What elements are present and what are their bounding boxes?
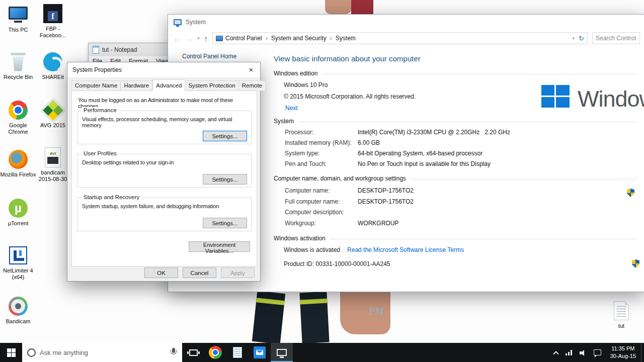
product-id: Product ID: 00331-10000-00001-AA245: [284, 260, 390, 267]
wallpaper-figure-shirt: [351, 0, 373, 14]
startup-recovery-settings-button[interactable]: Settings...: [203, 218, 247, 228]
desktop-icon-this-pc[interactable]: This PC: [0, 4, 36, 33]
taskbar-clock[interactable]: 11:35 PM 30-Aug-15: [605, 343, 641, 362]
control-panel-search-input[interactable]: [596, 35, 636, 42]
close-icon[interactable]: ×: [242, 62, 260, 76]
network-icon[interactable]: [566, 350, 572, 355]
desktop-icon-mozilla-firefox[interactable]: Mozilla Firefox: [0, 149, 36, 178]
section-windows-edition: Windows edition: [274, 70, 637, 77]
dialog-titlebar[interactable]: System Properties: [67, 62, 260, 77]
user-profiles-settings-button[interactable]: Settings...: [203, 174, 247, 185]
breadcrumb-system-and-security[interactable]: System and Security: [271, 35, 327, 42]
utorrent-icon: µ: [7, 198, 29, 219]
facebook-icon: f: [42, 3, 64, 24]
desktop-icon-bandicam-avi[interactable]: AVI bandicam 2015-08-30: [35, 147, 71, 183]
taskbar-notepad-button[interactable]: [226, 343, 249, 362]
sidebar-item-control-panel-home[interactable]: Control Panel Home: [182, 53, 236, 60]
clock-date: 30-Aug-15: [610, 352, 636, 360]
desktop-icon-shareit[interactable]: SHAREit: [35, 51, 71, 80]
taskbar-search-input[interactable]: [40, 349, 166, 356]
row-value: DESKTOP-1756TO2: [358, 187, 414, 194]
taskbar-search[interactable]: [22, 343, 182, 362]
group-title: Performance: [82, 107, 119, 113]
desktop-icon-label: AVG 2015: [40, 122, 65, 129]
up-icon[interactable]: ↑: [204, 35, 208, 42]
uac-shield-icon[interactable]: [627, 189, 634, 197]
volume-icon[interactable]: [580, 349, 586, 356]
notepad-icon: [93, 46, 99, 54]
address-dropdown-icon[interactable]: ▾: [573, 36, 575, 41]
section-computer-name: Computer name, domain, and workgroup set…: [274, 175, 637, 182]
tab-hardware[interactable]: Hardware: [121, 80, 152, 91]
task-view-button[interactable]: [182, 343, 204, 362]
back-icon[interactable]: ←: [173, 35, 181, 42]
chrome-icon: [7, 100, 29, 121]
mail-icon: [254, 346, 266, 358]
environment-variables-button[interactable]: Environment Variables...: [189, 241, 250, 252]
show-hidden-icons-icon[interactable]: [553, 351, 558, 356]
apply-button[interactable]: Apply: [221, 267, 255, 278]
action-center-icon[interactable]: [594, 349, 601, 355]
row-label: Computer description:: [285, 209, 344, 216]
dialog-title: System Properties: [72, 66, 122, 73]
dialog-tabstrip: Computer Name Hardware Advanced System P…: [71, 80, 266, 91]
uac-shield-icon[interactable]: [632, 259, 639, 268]
row-value: 64-bit Operating System, x64-based proce…: [358, 150, 482, 157]
netlimiter-icon: [7, 245, 29, 266]
performance-group: Performance Visual effects, processor sc…: [77, 111, 252, 144]
system-monitor-icon: [277, 349, 287, 356]
desktop-icon-recycle-bin[interactable]: Recycle Bin: [0, 51, 36, 80]
taskbar-system-button[interactable]: [271, 343, 293, 362]
shareit-icon: [42, 51, 64, 72]
desktop-icon-label: bandicam 2015-08-30: [35, 169, 71, 183]
taskbar: 11:35 PM 30-Aug-15: [0, 343, 644, 362]
performance-settings-button[interactable]: Settings...: [203, 131, 247, 141]
system-tray: [550, 343, 605, 362]
row-value: No Pen or Touch Input is available for t…: [358, 160, 491, 167]
desktop-icon-label: This PC: [8, 27, 28, 33]
row-label: Computer name:: [285, 187, 330, 194]
tab-computer-name[interactable]: Computer Name: [71, 80, 121, 91]
address-bar[interactable]: Control Panel › System and Security › Sy…: [212, 32, 588, 44]
tab-system-protection[interactable]: System Protection: [185, 80, 238, 91]
start-button[interactable]: [0, 343, 22, 362]
microphone-icon[interactable]: [170, 348, 177, 357]
forward-icon[interactable]: →: [185, 35, 193, 42]
ok-button[interactable]: OK: [144, 267, 178, 278]
desktop-icon-fbp-facebook[interactable]: f FBP - Faceboo...: [35, 3, 71, 39]
row-label: Full computer name:: [285, 198, 340, 205]
desktop-icon-bandicam[interactable]: Bandicam: [0, 296, 36, 325]
show-desktop-button[interactable]: [641, 343, 644, 362]
refresh-icon[interactable]: ↻: [579, 35, 584, 42]
breadcrumb-control-panel[interactable]: Control Panel: [225, 35, 262, 42]
breadcrumb-separator-icon: ›: [265, 35, 269, 42]
control-panel-search[interactable]: [592, 32, 640, 44]
clock-time: 11:35 PM: [611, 345, 634, 352]
cancel-button[interactable]: Cancel: [183, 267, 216, 278]
taskbar-chrome-button[interactable]: [204, 343, 226, 362]
taskbar-mail-button[interactable]: [249, 343, 271, 362]
breadcrumb-system[interactable]: System: [336, 35, 356, 42]
desktop-icon-label: Recycle Bin: [4, 74, 33, 80]
tab-advanced[interactable]: Advanced: [152, 79, 185, 91]
row-value: Intel(R) Core(TM) i3-2330M CPU @ 2.20GHz…: [358, 129, 510, 136]
desktop-icon-netlimiter[interactable]: NetLimiter 4 (x64): [0, 245, 36, 281]
startup-recovery-group: Startup and Recovery System startup, sys…: [77, 198, 252, 231]
history-dropdown-icon[interactable]: ▾: [197, 36, 200, 41]
wallpaper-figure-right-sock: [299, 292, 329, 344]
next-link[interactable]: Next: [285, 105, 298, 112]
windows-edition-product: Windows 10 Pro: [284, 81, 328, 88]
breadcrumb-separator-icon: ›: [329, 35, 333, 42]
desktop-icon-utorrent[interactable]: µ µTorrent: [0, 198, 36, 227]
desktop-icon-google-chrome[interactable]: Google Chrome: [0, 100, 36, 135]
page-title: View basic information about your comput…: [274, 54, 421, 63]
bandicam-icon: [7, 296, 29, 317]
desktop-icon-tut[interactable]: tut: [603, 300, 639, 329]
desktop-icon-avg[interactable]: AVG 2015: [35, 100, 71, 129]
row-value: WORKGROUP: [358, 220, 398, 227]
license-terms-link[interactable]: Read the Microsoft Software License Term…: [347, 246, 464, 253]
tab-remote[interactable]: Remote: [239, 80, 266, 91]
section-system: System: [274, 118, 637, 125]
system-titlebar[interactable]: System: [168, 15, 644, 30]
recycle-bin-icon: [7, 51, 29, 72]
